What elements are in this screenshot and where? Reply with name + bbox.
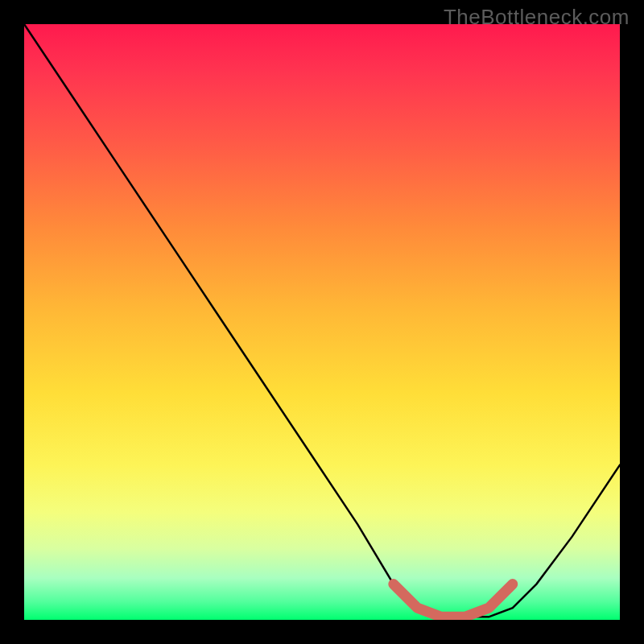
trough-highlight bbox=[394, 584, 513, 617]
chart-frame: TheBottleneck.com bbox=[0, 0, 644, 644]
curve-svg bbox=[24, 24, 620, 620]
bottleneck-curve bbox=[24, 24, 620, 617]
plot-area bbox=[24, 24, 620, 620]
